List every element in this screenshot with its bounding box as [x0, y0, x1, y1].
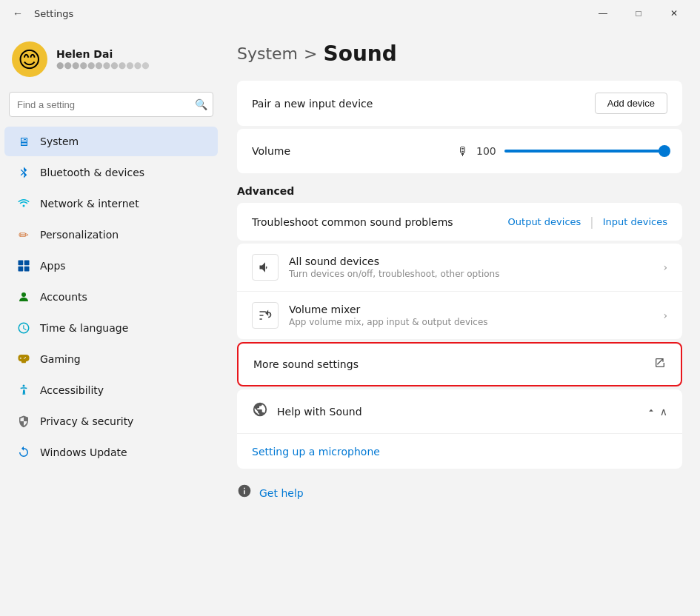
more-sound-settings-row[interactable]: More sound settings [237, 342, 682, 386]
volume-controls: 🎙 100 [311, 144, 667, 158]
user-name: Helen Dai [56, 48, 150, 60]
external-link-icon [654, 357, 666, 372]
maximize-button[interactable]: □ [621, 1, 656, 25]
apps-icon [16, 258, 31, 273]
sidebar: 😊 Helen Dai ●●●●●●●●●●●● 🔍 🖥 System Blue… [0, 27, 222, 616]
volume-mixer-name: Volume mixer [289, 304, 653, 315]
breadcrumb-parent: System [237, 44, 298, 63]
sidebar-item-label: Accounts [40, 291, 87, 303]
sidebar-item-bluetooth[interactable]: Bluetooth & devices [4, 158, 218, 187]
accessibility-icon [16, 383, 31, 398]
all-sound-devices-name: All sound devices [289, 255, 653, 267]
avatar: 😊 [12, 41, 47, 77]
help-header[interactable]: Help with Sound ∧ [237, 389, 682, 434]
help-globe-icon [252, 401, 268, 421]
volume-mixer-desc: App volume mix, app input & output devic… [289, 317, 653, 327]
sidebar-item-label: Time & language [40, 322, 128, 334]
system-icon: 🖥 [16, 134, 31, 149]
windows-update-icon [16, 445, 31, 460]
sidebar-item-label: Accessibility [40, 384, 104, 396]
slider-thumb [659, 145, 670, 157]
minimize-button[interactable]: — [586, 1, 620, 25]
svg-point-5 [23, 385, 25, 387]
window-controls: — □ ✕ [586, 1, 691, 25]
pair-device-card: Pair a new input device Add device [237, 81, 682, 126]
sidebar-item-label: Network & internet [40, 198, 139, 210]
sidebar-item-label: System [40, 135, 79, 147]
input-devices-link[interactable]: Input devices [603, 216, 667, 227]
sidebar-item-label: Bluetooth & devices [40, 167, 144, 178]
microphone-setup-link[interactable]: Setting up a microphone [252, 446, 380, 458]
personalization-icon: ✏️ [16, 227, 31, 242]
titlebar: ← Settings — □ ✕ [0, 0, 700, 27]
sound-devices-card: All sound devices Turn devices on/off, t… [237, 244, 682, 339]
sidebar-item-label: Apps [40, 260, 66, 272]
sound-device-icon [252, 254, 279, 281]
troubleshoot-card: Troubleshoot common sound problems Outpu… [237, 203, 682, 241]
volume-label: Volume [252, 145, 311, 157]
get-help-icon [237, 483, 252, 502]
sidebar-item-label: Gaming [40, 353, 81, 365]
bluetooth-icon [16, 165, 31, 180]
sidebar-item-label: Personalization [40, 229, 119, 241]
svg-rect-2 [19, 267, 24, 272]
sidebar-item-personalization[interactable]: ✏️ Personalization [4, 220, 218, 250]
sidebar-item-accounts[interactable]: Accounts [4, 282, 218, 312]
time-icon [16, 321, 31, 335]
sidebar-item-system[interactable]: 🖥 System [4, 127, 218, 156]
breadcrumb: System > Sound [237, 41, 682, 66]
sidebar-item-label: Windows Update [40, 446, 127, 458]
volume-mixer-row[interactable]: Volume mixer App volume mix, app input &… [237, 292, 682, 339]
network-icon [16, 196, 31, 211]
pair-device-label: Pair a new input device [252, 98, 595, 110]
all-sound-devices-text: All sound devices Turn devices on/off, t… [289, 255, 653, 279]
output-devices-link[interactable]: Output devices [508, 216, 581, 227]
advanced-section-title: Advanced [237, 185, 682, 197]
sidebar-item-accessibility[interactable]: Accessibility [4, 375, 218, 405]
slider-track [504, 150, 667, 153]
breadcrumb-separator: > [304, 44, 317, 63]
troubleshoot-label: Troubleshoot common sound problems [252, 216, 502, 228]
gaming-icon [16, 352, 31, 366]
sidebar-item-apps[interactable]: Apps [4, 251, 218, 281]
sidebar-item-windows-update[interactable]: Windows Update [4, 438, 218, 467]
chevron-right-icon-2: › [663, 309, 667, 321]
user-info: Helen Dai ●●●●●●●●●●●● [56, 48, 150, 70]
privacy-icon [16, 414, 31, 429]
chevron-up-icon: ∧ [646, 405, 667, 418]
app-container: 😊 Helen Dai ●●●●●●●●●●●● 🔍 🖥 System Blue… [0, 27, 700, 616]
all-sound-devices-row[interactable]: All sound devices Turn devices on/off, t… [237, 244, 682, 292]
user-email: ●●●●●●●●●●●● [56, 60, 150, 70]
volume-slider[interactable] [504, 144, 667, 158]
close-button[interactable]: ✕ [657, 1, 691, 25]
breadcrumb-current: Sound [323, 41, 396, 66]
app-title: Settings [34, 8, 579, 19]
search-input[interactable] [9, 92, 213, 117]
add-device-button[interactable]: Add device [595, 93, 667, 114]
search-box[interactable]: 🔍 [9, 92, 213, 117]
svg-rect-1 [24, 261, 30, 266]
accounts-icon [16, 289, 31, 304]
get-help-link[interactable]: Get help [259, 487, 304, 499]
sidebar-item-gaming[interactable]: Gaming [4, 344, 218, 374]
get-help-row[interactable]: Get help [237, 472, 682, 508]
volume-row: Volume 🎙 100 [237, 129, 682, 173]
sidebar-item-network[interactable]: Network & internet [4, 189, 218, 218]
volume-mixer-text: Volume mixer App volume mix, app input &… [289, 304, 653, 327]
help-card: Help with Sound ∧ Setting up a microphon… [237, 389, 682, 469]
sidebar-item-label: Privacy & security [40, 415, 133, 427]
help-content: Setting up a microphone [237, 434, 682, 469]
pair-device-row: Pair a new input device Add device [237, 81, 682, 126]
user-profile: 😊 Helen Dai ●●●●●●●●●●●● [0, 33, 222, 89]
svg-rect-3 [24, 267, 30, 272]
more-sound-settings-label: More sound settings [253, 358, 654, 370]
troubleshoot-row: Troubleshoot common sound problems Outpu… [237, 203, 682, 241]
volume-value: 100 [476, 145, 497, 157]
link-separator: | [590, 215, 593, 229]
sidebar-item-time[interactable]: Time & language [4, 313, 218, 343]
volume-mixer-icon [252, 302, 279, 329]
sidebar-item-privacy[interactable]: Privacy & security [4, 406, 218, 436]
help-title: Help with Sound [277, 406, 637, 418]
microphone-icon: 🎙 [457, 144, 469, 158]
back-button[interactable]: ← [9, 4, 27, 22]
